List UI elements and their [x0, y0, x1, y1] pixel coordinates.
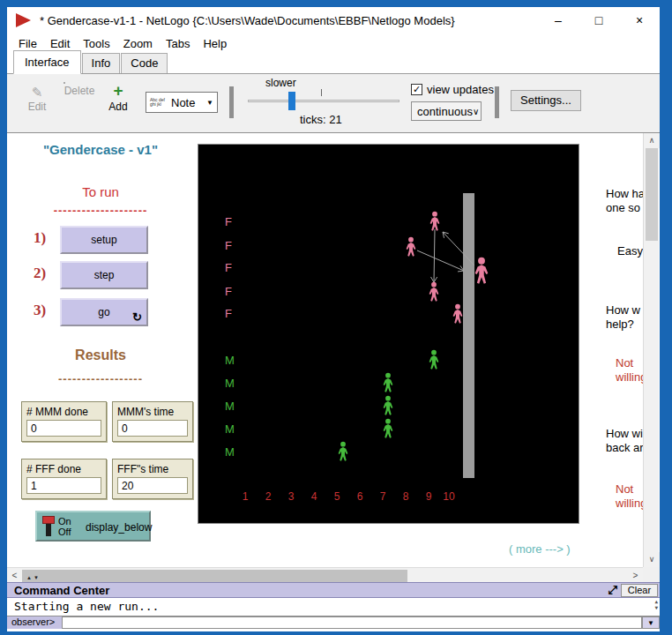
delete-button[interactable]: Delete	[58, 85, 101, 97]
clear-button[interactable]: Clear	[621, 584, 658, 597]
scroll-right-button[interactable]: >	[628, 568, 643, 582]
link-arrowhead	[458, 271, 464, 272]
splitter-handle-icon[interactable]: ▲▼	[26, 575, 41, 580]
view-label: M	[225, 400, 235, 413]
person-figure	[339, 442, 348, 461]
view-label: M	[225, 445, 235, 459]
maximize-button[interactable]: □	[579, 7, 619, 34]
chevron-down-icon: ∨	[473, 107, 479, 116]
observer-prompt-label: observer>	[11, 616, 55, 627]
link-arrowhead	[430, 277, 434, 282]
horizontal-scrollbar[interactable]: < >	[7, 567, 643, 582]
prompt-dropdown-button[interactable]: ▼	[642, 616, 660, 629]
command-prompt-row: observer> ▼	[7, 616, 660, 629]
note-text: How w help?	[606, 303, 640, 332]
menu-item[interactable]: Help	[203, 37, 227, 50]
widget-type-dropdown[interactable]: Abc def ghi jkl Note ▼	[146, 92, 218, 113]
speed-slider-track[interactable]	[248, 100, 399, 102]
tab[interactable]: Interface	[13, 50, 81, 74]
netlogo-logo-icon	[16, 13, 31, 27]
view-label: 2	[259, 490, 277, 503]
add-widget-button[interactable]: + Add	[102, 83, 134, 113]
view-label: F	[225, 239, 232, 252]
to-run-divider: --------------------	[7, 204, 194, 217]
display-below-switch[interactable]: On Off display_below	[35, 511, 151, 542]
update-mode-dropdown[interactable]: continuous ∨	[411, 101, 482, 121]
switch-off-label: Off	[58, 527, 71, 537]
plus-icon: +	[102, 83, 134, 101]
command-center-output: Starting a new run... ▲ ▼	[7, 598, 660, 616]
menu-item[interactable]: Tools	[83, 37, 109, 50]
menu-item[interactable]: Tabs	[166, 37, 190, 50]
to-run-heading: To run	[7, 184, 194, 199]
toolbar-separator	[229, 86, 234, 118]
monitor-value: 1	[26, 477, 101, 494]
menu-item[interactable]: File	[19, 37, 37, 50]
person-figure	[384, 419, 393, 438]
person-figure	[430, 212, 440, 231]
switch-knob[interactable]	[42, 516, 55, 524]
scroll-up-button[interactable]: ∧	[644, 133, 660, 148]
view-updates-label: view updates	[427, 83, 494, 96]
command-button[interactable]: step ↻	[60, 261, 148, 289]
switch-name: display_below	[86, 521, 152, 534]
output-scroll-arrows-icon[interactable]: ▲ ▼	[654, 598, 658, 610]
speed-slider-slower-label: slower	[265, 77, 296, 89]
command-input[interactable]	[62, 616, 642, 629]
monitor-value: 0	[117, 420, 188, 437]
close-button[interactable]: ×	[619, 7, 660, 34]
monitor-widget: FFF"s time 20	[112, 459, 193, 499]
tab-strip: InterfaceInfoCode	[7, 53, 660, 74]
person-figure	[429, 350, 439, 370]
scroll-down-button[interactable]: ∨	[644, 552, 660, 567]
expand-icon[interactable]: ⤢	[609, 583, 617, 597]
monitor-widget: MMM's time 0	[112, 401, 193, 442]
command-center-title: Command Center	[14, 584, 109, 597]
settings-button[interactable]: Settings...	[511, 90, 581, 111]
step-number-label: 2)	[34, 265, 46, 282]
note-text: How ha one so	[606, 187, 645, 215]
model-title-note: "Gendercase - v1"	[7, 142, 194, 157]
view-label: 5	[328, 490, 346, 503]
edit-button[interactable]: ✎ Edit	[18, 85, 56, 113]
view-label: M	[225, 422, 235, 436]
horizontal-scroll-thumb[interactable]	[22, 570, 407, 582]
monitor-widget: # MMM done 0	[21, 401, 107, 442]
vertical-scroll-thumb[interactable]	[646, 148, 658, 241]
view-label: 8	[397, 490, 414, 503]
switch-on-label: On	[58, 516, 71, 527]
menu-item[interactable]: Zoom	[123, 37, 153, 50]
note-text: Easy	[617, 244, 643, 258]
person-figure	[384, 396, 393, 415]
output-text: Starting a new run...	[14, 600, 159, 613]
widget-type-value: Note	[169, 96, 206, 109]
monitor-label: # MMM done	[22, 402, 106, 420]
tab[interactable]: Info	[82, 53, 121, 73]
step-row: 3) go ↻	[7, 298, 194, 328]
step-row: 1) setup ↻	[7, 226, 194, 256]
monitor-value: 20	[117, 477, 188, 494]
vertical-scrollbar[interactable]: ∧ ∨	[643, 133, 659, 567]
person-figure	[429, 282, 439, 302]
person-figure	[475, 258, 489, 284]
command-center-header: Command Center ⤢ Clear	[7, 582, 660, 598]
scroll-left-button[interactable]: <	[7, 568, 22, 582]
minimize-button[interactable]: –	[538, 7, 579, 34]
person-figure	[453, 304, 463, 324]
view-label: F	[225, 215, 232, 228]
command-button[interactable]: go ↻	[60, 298, 148, 326]
menu-item[interactable]: Edit	[50, 37, 70, 50]
view-label: M	[225, 377, 235, 390]
view-label: M	[225, 354, 235, 367]
netlogo-window: * Gendercase-v1-1 - NetLogo {C:\Users\Wa…	[7, 7, 660, 631]
view-label: F	[225, 307, 232, 320]
step-row: 2) step ↻	[7, 261, 194, 291]
command-button[interactable]: setup ↻	[60, 226, 148, 254]
speed-slider-thumb[interactable]	[288, 92, 295, 110]
tab[interactable]: Code	[121, 53, 168, 73]
text-note-icon: Abc def ghi jkl	[150, 98, 169, 107]
view-updates-checkbox[interactable]: ✓	[411, 84, 422, 95]
world-view-svg	[198, 145, 580, 525]
monitor-label: # FFF done	[22, 459, 106, 477]
note-text: How wi back ar	[606, 427, 644, 455]
